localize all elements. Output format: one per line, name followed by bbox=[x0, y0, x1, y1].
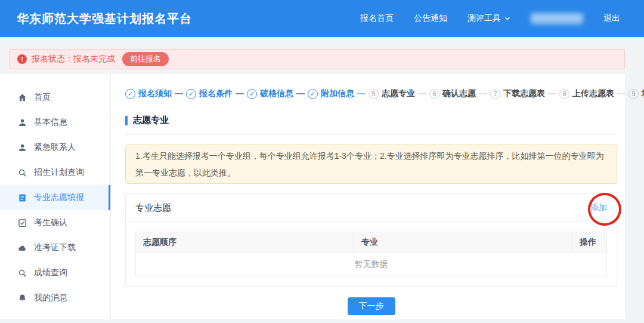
nav-item-assessment-tools[interactable]: 测评工具 bbox=[467, 13, 510, 24]
sidebar-item-label: 考生确认 bbox=[34, 217, 67, 228]
error-icon: ! bbox=[17, 54, 27, 64]
panel-title: 专业志愿 bbox=[135, 202, 171, 214]
step-separator bbox=[479, 93, 487, 94]
top-nav: 报名首页 公告通知 测评工具 退出 bbox=[340, 13, 620, 24]
sidebar-item-messages[interactable]: 我的消息 bbox=[0, 285, 110, 310]
table-header-row: 志愿顺序专业操作 bbox=[136, 232, 607, 253]
sidebar-item-confirm[interactable]: 考生确认 bbox=[0, 210, 110, 235]
app-header: 华东师范大学强基计划报名平台 报名首页 公告通知 测评工具 退出 bbox=[0, 0, 644, 37]
status-alert: ! 报名状态：报名未完成 前往报名 bbox=[10, 49, 625, 69]
sidebar-item-label: 准考证下载 bbox=[34, 242, 76, 253]
choices-table: 志愿顺序专业操作 暂无数据 bbox=[135, 232, 607, 276]
go-register-button[interactable]: 前往报名 bbox=[122, 52, 169, 66]
section-title-bar bbox=[125, 116, 128, 125]
divider bbox=[125, 134, 617, 135]
step-label: 填报完成 bbox=[642, 88, 644, 99]
check-square-icon bbox=[18, 219, 27, 227]
step-circle: ✓ bbox=[125, 89, 135, 99]
sidebar-item-basic-info[interactable]: 基本信息 bbox=[0, 110, 110, 135]
main-card: 首页 基本信息 紧急联系人 招生计划查询 bbox=[0, 74, 625, 319]
panel-header: 专业志愿 添加 bbox=[126, 194, 617, 222]
sidebar-item-emergency[interactable]: 紧急联系人 bbox=[0, 135, 110, 160]
check-icon: ✓ bbox=[249, 90, 255, 98]
sidebar-item-plan-query[interactable]: 招生计划查询 bbox=[0, 160, 110, 185]
step-number: 9 bbox=[631, 90, 635, 97]
step-circle: ✓ bbox=[186, 89, 196, 99]
step-label: 破格信息 bbox=[260, 88, 293, 99]
add-button[interactable]: 添加 bbox=[590, 202, 607, 213]
major-choices-panel: 专业志愿 添加 志愿顺序专业操作 暂无数据 bbox=[125, 193, 617, 287]
sidebar-item-ticket[interactable]: 准考证下载 bbox=[0, 235, 110, 260]
sidebar-item-label: 我的消息 bbox=[34, 293, 67, 303]
user-icon bbox=[18, 143, 27, 152]
sidebar-item-label: 招生计划查询 bbox=[34, 167, 84, 178]
step-item: ✓ 附加信息 bbox=[308, 88, 369, 99]
step-number: 5 bbox=[371, 90, 375, 97]
user-icon bbox=[18, 118, 27, 127]
step-label: 报名须知 bbox=[138, 88, 172, 99]
nav-item-register-home[interactable]: 报名首页 bbox=[360, 13, 394, 24]
sidebar-item-label: 专业志愿填报 bbox=[34, 192, 84, 203]
check-icon: ✓ bbox=[188, 90, 194, 98]
home-icon bbox=[18, 93, 27, 102]
username-masked[interactable] bbox=[531, 13, 583, 24]
step-circle: ✓ bbox=[247, 89, 257, 99]
table-column-header: 操作 bbox=[572, 232, 607, 253]
step-item: 7 下载志愿表 bbox=[490, 88, 559, 99]
step-circle: 7 bbox=[490, 89, 500, 99]
step-item: ✓ 破格信息 bbox=[247, 88, 308, 99]
notice-box: 1.考生只能选择报考一个专业组，每个专业组允许报考1-3个专业；2.专业选择排序… bbox=[125, 144, 617, 184]
next-step-button[interactable]: 下一步 bbox=[348, 297, 395, 315]
check-icon: ✓ bbox=[128, 90, 133, 98]
sidebar-item-score[interactable]: 成绩查询 bbox=[0, 260, 110, 285]
sidebar-item-label: 基本信息 bbox=[34, 117, 67, 128]
chevron-down-icon bbox=[504, 16, 510, 21]
step-circle: 5 bbox=[369, 89, 379, 99]
content-area: ✓ 报名须知 ✓ 报名条件 bbox=[111, 74, 625, 319]
step-item: 8 上传志愿表 bbox=[559, 88, 628, 99]
step-label: 下载志愿表 bbox=[503, 88, 545, 99]
sidebar: 首页 基本信息 紧急联系人 招生计划查询 bbox=[0, 74, 111, 319]
search-icon bbox=[18, 168, 27, 177]
check-icon: ✓ bbox=[310, 90, 315, 98]
search-icon bbox=[18, 269, 27, 278]
step-number: 7 bbox=[493, 90, 497, 97]
step-label: 确认志愿 bbox=[442, 88, 476, 99]
cloud-download-icon bbox=[18, 244, 27, 253]
sidebar-item-label: 紧急联系人 bbox=[34, 142, 76, 153]
step-number: 6 bbox=[432, 90, 436, 97]
step-number: 8 bbox=[562, 90, 566, 97]
step-item: 5 志愿专业 bbox=[369, 88, 429, 99]
status-text: 报名状态：报名未完成 bbox=[32, 54, 115, 64]
step-label: 附加信息 bbox=[321, 88, 354, 99]
sidebar-item-home[interactable]: 首页 bbox=[0, 85, 110, 110]
step-item: ✓ 报名条件 bbox=[186, 88, 247, 99]
sidebar-item-major-apply[interactable]: 专业志愿填报 bbox=[0, 185, 110, 210]
step-separator bbox=[236, 93, 244, 94]
step-item: 9 填报完成 bbox=[628, 88, 644, 99]
step-circle: ✓ bbox=[308, 89, 318, 99]
table-empty-row: 暂无数据 bbox=[136, 253, 607, 276]
step-circle: 6 bbox=[429, 89, 439, 99]
panel-body: 志愿顺序专业操作 暂无数据 bbox=[126, 222, 617, 286]
step-circle: 9 bbox=[628, 89, 639, 99]
sidebar-item-label: 成绩查询 bbox=[34, 267, 67, 278]
step-item: 6 确认志愿 bbox=[429, 88, 490, 99]
empty-state-text: 暂无数据 bbox=[136, 253, 607, 276]
document-icon bbox=[18, 193, 27, 202]
step-separator bbox=[296, 93, 305, 94]
step-label: 志愿专业 bbox=[382, 88, 415, 99]
bell-icon bbox=[18, 294, 27, 303]
table-column-header: 专业 bbox=[354, 232, 572, 253]
button-row: 下一步 bbox=[125, 297, 617, 315]
nav-item-logout[interactable]: 退出 bbox=[603, 13, 620, 24]
nav-item-announcements[interactable]: 公告通知 bbox=[414, 13, 447, 24]
table-column-header: 志愿顺序 bbox=[136, 232, 354, 253]
page: 华东师范大学强基计划报名平台 报名首页 公告通知 测评工具 退出 ! 报名状态：… bbox=[0, 0, 644, 323]
sidebar-item-label: 首页 bbox=[34, 92, 51, 103]
step-separator bbox=[418, 93, 426, 94]
step-separator bbox=[617, 93, 626, 94]
nav-item-label: 测评工具 bbox=[467, 13, 501, 24]
step-separator bbox=[175, 93, 183, 94]
step-label: 报名条件 bbox=[199, 88, 233, 99]
